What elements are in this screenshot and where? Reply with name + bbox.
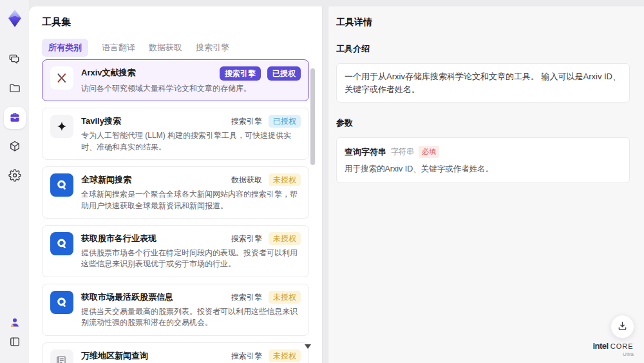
category-tab-0[interactable]: 所有类别: [42, 39, 88, 57]
download-button[interactable]: [611, 315, 634, 338]
param-required-badge: 必填: [419, 146, 439, 158]
tool-card[interactable]: Tavily搜索搜索引擎已授权专为人工智能代理 (LLM) 构建的搜索引擎工具，…: [42, 108, 309, 160]
tool-name: Arxiv文献搜索: [81, 66, 136, 79]
tool-list: Arxiv文献搜索搜索引擎已授权访问各个研究领域大量科学论文和文章的存储库。Ta…: [42, 59, 309, 363]
sidebar-item-gear[interactable]: [4, 165, 26, 187]
folder-icon: [8, 82, 21, 97]
intro-heading: 工具介绍: [336, 43, 630, 55]
category-tab-1[interactable]: 语言翻译: [102, 42, 135, 54]
tool-name: 获取市场最活跃股票信息: [81, 291, 173, 303]
tool-name: 万维地区新闻查询: [81, 349, 148, 362]
category-badge: 搜索引擎: [220, 66, 261, 81]
tool-card[interactable]: 获取市场最活跃股票信息搜索引擎未授权提供当天交易量最高的股票列表。投资者可以利用…: [42, 284, 309, 336]
tool-intro-box: 一个用于从Arxiv存储库搜索科学论文和文章的工具。 输入可以是Arxiv ID…: [336, 63, 630, 103]
toolbox-icon: [8, 111, 21, 126]
category-tab-2[interactable]: 数据获取: [149, 42, 182, 54]
category-tabs: 所有类别语言翻译数据获取搜索引擎: [42, 39, 322, 57]
panel-toggle-icon: [8, 335, 21, 350]
cube-icon: [8, 140, 21, 155]
status-badge: 未授权: [269, 232, 301, 245]
status-badge: 未授权: [269, 349, 301, 362]
sidebar-item-user-avatar[interactable]: [4, 313, 26, 333]
category-badge: 搜索引擎: [231, 352, 262, 360]
param-entry: 查询字符串字符串必填用于搜索的Arxiv ID、关键字或作者姓名。: [345, 146, 621, 175]
param-type: 字符串: [391, 146, 414, 157]
q-icon: [50, 291, 73, 314]
intel-wordmark: intel: [592, 341, 608, 351]
tool-description: 专为人工智能代理 (LLM) 构建的搜索引擎工具，可快速提供实时、准确和真实的结…: [81, 130, 301, 153]
app-root: 工具集 所有类别语言翻译数据获取搜索引擎 Arxiv文献搜索搜索引擎已授权访问各…: [0, 0, 644, 363]
sidebar-item-cube[interactable]: [4, 136, 26, 158]
sidebar-item-toolbox[interactable]: [4, 107, 26, 129]
tool-name: Tavily搜索: [81, 115, 121, 127]
gear-icon: [8, 169, 21, 184]
param-list: 查询字符串字符串必填用于搜索的Arxiv ID、关键字或作者姓名。: [336, 137, 630, 183]
category-badge: 搜索引擎: [231, 293, 262, 301]
tool-intro-text: 一个用于从Arxiv存储库搜索科学论文和文章的工具。 输入可以是Arxiv ID…: [345, 72, 621, 94]
download-icon: [616, 320, 629, 334]
details-panel-title: 工具详情: [336, 17, 630, 28]
sidebar-nav: [4, 49, 26, 187]
status-badge: 未授权: [269, 291, 301, 304]
news-icon: [50, 349, 73, 363]
core-wordmark: CORE: [611, 342, 634, 350]
chat-icon: [8, 53, 21, 68]
sidebar-item-chat[interactable]: [4, 49, 26, 71]
scrollbar-thumb[interactable]: [310, 68, 315, 165]
status-badge: 已授权: [267, 66, 301, 81]
params-heading: 参数: [336, 117, 630, 129]
app-logo: [5, 8, 25, 29]
sidebar-item-panel-toggle[interactable]: [4, 333, 26, 352]
arxiv-icon: [50, 66, 73, 90]
tool-description: 提供股票市场各个行业在特定时间段内的表现。投资者可以利用这些信息来识别表现优于或…: [81, 248, 301, 270]
tool-details-panel: 工具详情 工具介绍 一个用于从Arxiv存储库搜索科学论文和文章的工具。 输入可…: [328, 6, 644, 363]
param-description: 用于搜索的Arxiv ID、关键字或作者姓名。: [345, 164, 621, 175]
ultra-wordmark: Ultra: [589, 352, 638, 357]
sparkle-icon: [50, 115, 73, 138]
category-badge: 搜索引擎: [231, 117, 262, 125]
status-badge: 已授权: [269, 115, 301, 128]
category-badge: 搜索引擎: [231, 235, 262, 242]
tool-description: 提供当天交易量最高的股票列表。投资者可以利用这些信息来识别流动性强的股票和潜在的…: [81, 306, 301, 329]
status-badge: 未授权: [269, 173, 301, 186]
param-name: 查询字符串: [345, 146, 386, 158]
tools-panel-title: 工具集: [42, 16, 322, 28]
user-avatar-icon: [8, 316, 21, 331]
tool-name: 全球新闻搜索: [81, 173, 131, 186]
tool-name: 获取股市各行业表现: [81, 232, 156, 244]
category-tab-3[interactable]: 搜索引擎: [196, 42, 229, 54]
scroll-down-indicator[interactable]: [305, 344, 311, 349]
q-icon: [50, 232, 73, 255]
tool-list-scrollbar[interactable]: [310, 66, 315, 344]
sidebar-bottom: [4, 313, 26, 352]
intel-core-logo: intelCORE Ultra: [589, 340, 638, 357]
category-badge: 数据获取: [231, 176, 262, 184]
tool-card[interactable]: 万维地区新闻查询搜索引擎未授权查询具体行政区划内的新闻，快速了解各地新闻动: [42, 342, 309, 363]
q-icon: [50, 173, 73, 197]
tool-card[interactable]: 全球新闻搜索数据获取未授权全球新闻搜索是一个聚合全球各大新闻网站内容的搜索引擎，…: [42, 166, 309, 219]
tools-panel: 工具集 所有类别语言翻译数据获取搜索引擎 Arxiv文献搜索搜索引擎已授权访问各…: [29, 6, 323, 363]
tool-card[interactable]: Arxiv文献搜索搜索引擎已授权访问各个研究领域大量科学论文和文章的存储库。: [42, 59, 309, 101]
sidebar: [0, 0, 29, 363]
tool-card[interactable]: 获取股市各行业表现搜索引擎未授权提供股票市场各个行业在特定时间段内的表现。投资者…: [42, 225, 309, 277]
sidebar-item-folder[interactable]: [4, 78, 26, 100]
tool-description: 访问各个研究领域大量科学论文和文章的存储库。: [81, 83, 301, 94]
tool-description: 全球新闻搜索是一个聚合全球各大新闻网站内容的搜索引擎，帮助用户快速获取全球最新资…: [81, 189, 301, 211]
